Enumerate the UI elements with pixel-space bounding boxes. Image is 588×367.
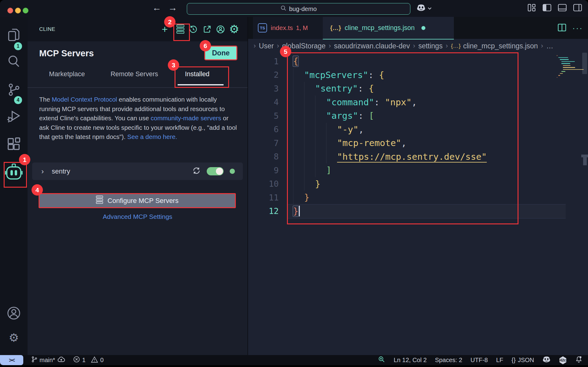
indentation-indicator[interactable]: Spaces: 2 — [435, 357, 462, 364]
indent-guide — [304, 82, 315, 95]
toggle-panel-button[interactable] — [558, 4, 567, 11]
notifications-bell-icon[interactable] — [575, 356, 582, 365]
mcp-servers-button[interactable] — [176, 24, 184, 35]
search-icon — [7, 54, 21, 69]
server-row-sentry[interactable]: › sentry — [32, 163, 243, 180]
command-center-search[interactable]: bug-demo — [187, 3, 410, 15]
account-button[interactable] — [0, 306, 28, 321]
line-number: 12 — [261, 206, 279, 216]
warning-count: 0 — [100, 357, 104, 364]
configure-mcp-servers-button[interactable]: Configure MCP Servers — [39, 193, 236, 208]
indent-guide — [304, 136, 315, 150]
activity-item-extensions[interactable] — [0, 137, 28, 152]
code-line[interactable]: 8"https://mcp.sentry.dev/sse" — [261, 150, 487, 164]
indent-guide — [315, 136, 326, 150]
search-value: bug-demo — [289, 6, 317, 13]
traffic-light-minimize[interactable] — [15, 8, 21, 13]
description-link[interactable]: community-made servers — [151, 114, 221, 122]
indent-guide — [315, 109, 326, 123]
indent-guide — [293, 68, 304, 82]
indent-guide — [315, 95, 326, 109]
code-line[interactable]: 1{ — [261, 54, 298, 68]
indent-guide — [304, 123, 315, 137]
traffic-light-close[interactable] — [7, 8, 13, 13]
code-line[interactable]: 3"sentry": { — [261, 82, 374, 95]
activity-item-search[interactable] — [0, 54, 28, 69]
traffic-light-maximize[interactable] — [23, 8, 28, 13]
line-number: 8 — [261, 152, 279, 161]
cursor-position[interactable]: Ln 12, Col 2 — [394, 357, 427, 364]
code-line[interactable]: 11} — [261, 191, 309, 204]
code-line[interactable]: 5"args": [ — [261, 109, 374, 123]
settings-button[interactable]: ⚙ — [0, 332, 28, 343]
line-number: 6 — [261, 125, 279, 134]
code-token: "mcpServers" — [304, 70, 368, 80]
hexagon-extension-badge[interactable]: 42c — [559, 356, 567, 365]
minimap-line — [560, 59, 569, 60]
language-indicator[interactable]: {} JSON — [511, 357, 534, 364]
mcp-servers-heading: MCP Servers — [39, 48, 94, 58]
code-token: : — [358, 83, 368, 94]
advanced-mcp-settings-link[interactable]: Advanced MCP Settings — [28, 213, 247, 220]
remote-indicator[interactable]: >< — [0, 355, 23, 365]
scm-badge: 4 — [14, 96, 22, 104]
code-area[interactable]: 1{2"mcpServers": {3"sentry": {4"command"… — [248, 17, 588, 355]
current-line-highlight — [288, 204, 566, 219]
line-number: 4 — [261, 97, 279, 107]
tab-marketplace[interactable]: Marketplace — [49, 70, 85, 78]
description-link[interactable]: Model Context Protocol — [52, 96, 117, 103]
indent-guide — [315, 123, 326, 137]
line-number: 1 — [261, 57, 279, 66]
account-icon-button[interactable] — [216, 25, 225, 35]
tab-remote-servers[interactable]: Remote Servers — [111, 70, 158, 78]
open-in-editor-button[interactable] — [203, 25, 211, 35]
code-line[interactable]: 4"command": "npx", — [261, 95, 417, 109]
indent-guide — [326, 136, 337, 150]
server-rack-icon — [176, 24, 184, 34]
back-button[interactable]: ← — [151, 2, 162, 13]
indent-guide — [304, 163, 315, 177]
history-button[interactable] — [189, 25, 198, 35]
code-line[interactable]: 12} — [261, 204, 300, 218]
activity-item-run-debug[interactable] — [0, 109, 28, 125]
encoding-indicator[interactable]: UTF-8 — [470, 357, 488, 364]
eol-indicator[interactable]: LF — [496, 357, 503, 364]
indent-guide — [304, 150, 315, 164]
history-icon — [189, 25, 198, 34]
code-token: "-y" — [337, 124, 359, 135]
line-number: 7 — [261, 138, 279, 148]
code-token: "https://mcp.sentry.dev/sse" — [337, 152, 487, 162]
indent-guide — [315, 150, 326, 164]
code-line[interactable]: 10} — [261, 177, 320, 191]
code-line[interactable]: 6"-y", — [261, 123, 364, 137]
active-tab-indicator — [178, 84, 224, 85]
code-line[interactable]: 2"mcpServers": { — [261, 68, 384, 82]
branch-indicator[interactable]: main* — [31, 356, 65, 364]
line-number: 2 — [261, 70, 279, 80]
problems-indicator[interactable]: 1 0 — [73, 356, 104, 364]
code-line[interactable]: 9] — [261, 163, 331, 177]
description-link[interactable]: See a demo here. — [127, 133, 177, 140]
code-line[interactable]: 7"mcp-remote", — [261, 136, 407, 150]
code-token: ] — [326, 165, 331, 175]
toggle-primary-sidebar-button[interactable] — [543, 4, 551, 11]
activity-item-explorer[interactable]: 1 — [0, 28, 28, 43]
indent-guide — [293, 150, 304, 164]
callout-4: 4 — [32, 184, 43, 196]
customize-layout-button[interactable] — [528, 4, 536, 11]
toggle-secondary-sidebar-button[interactable] — [573, 4, 582, 11]
code-token: { — [379, 70, 384, 80]
copilot-status-icon[interactable] — [542, 356, 551, 364]
chevron-right-icon[interactable]: › — [41, 167, 44, 176]
copilot-menu[interactable] — [417, 4, 432, 13]
zoom-indicator[interactable] — [378, 356, 385, 365]
indent-guide — [293, 136, 304, 150]
restart-server-icon[interactable] — [192, 167, 201, 176]
server-enabled-toggle[interactable] — [207, 167, 224, 175]
open-external-icon — [203, 25, 211, 34]
tab-installed[interactable]: Installed — [185, 70, 209, 78]
settings-icon-button[interactable]: ⚙ — [229, 24, 239, 35]
activity-bar: 1 4 — [0, 17, 28, 355]
forward-button[interactable]: → — [167, 2, 178, 13]
activity-item-source-control[interactable]: 4 — [0, 83, 28, 98]
